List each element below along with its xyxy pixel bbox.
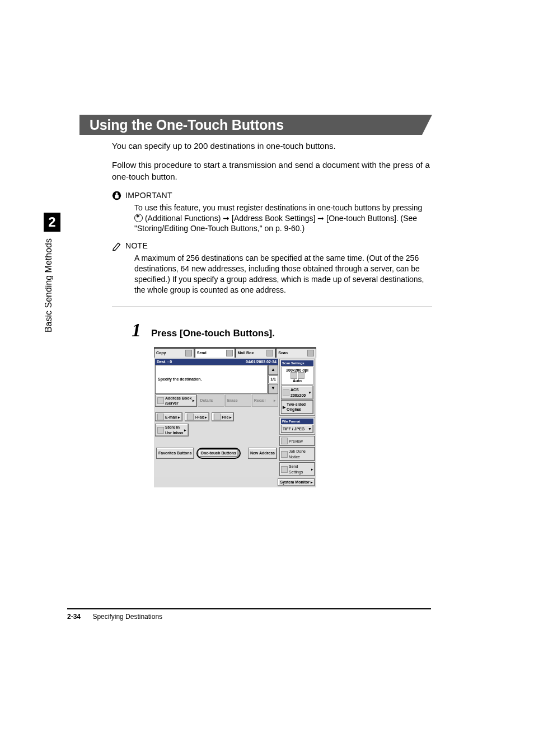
ifax-label: I-Fax [195,415,204,420]
page-indicator: 1/1 [268,375,278,383]
banner-title: Using the One-Touch Buttons [79,115,422,135]
send-icon [226,350,233,356]
tab-send[interactable]: Send [195,348,235,358]
scan-resolution-box[interactable]: 200x200 dpi Auto [281,367,313,385]
scan-icon [307,350,314,356]
important-text: To use this feature, you must register d… [112,203,432,234]
page-icon [291,372,297,379]
one-touch-buttons-button[interactable]: One-touch Buttons [199,449,238,457]
banner-wedge [422,115,432,135]
important-callout: IMPORTANT To use this feature, you must … [112,190,432,234]
sendsettings-icon [281,466,288,473]
auto-label: Auto [283,379,312,383]
erase-button[interactable]: Erase [225,395,251,407]
file-format-header: File Format [281,419,313,424]
jobdone-label: Job Done Notice [289,449,306,459]
datetime: 04/01/2003 02:34 [246,359,277,364]
job-done-button[interactable]: Job Done Notice [279,447,315,461]
sysmon-label: System Monitor [280,480,310,485]
twosided-button[interactable]: ▶Two-sided Original [281,400,313,414]
one-touch-highlight: One-touch Buttons [196,448,241,458]
favorites-buttons-button[interactable]: Favorites Buttons [156,448,194,458]
preview-label: Preview [289,439,303,444]
footer: 2-34 Specifying Destinations [67,613,162,621]
details-button[interactable]: Details [198,395,224,407]
sendsettings-label: Send Settings [289,464,303,475]
note-label: NOTE [125,241,148,251]
mailbox-icon [266,350,273,356]
scroll-up-button[interactable]: ▲ [268,365,278,375]
dpi-label: 200x200 dpi [283,368,312,373]
new-address-button[interactable]: New Address [248,448,277,458]
page-icon-2 [298,372,305,379]
preview-button[interactable]: Preview [279,436,315,446]
file-icon [214,414,221,420]
intro-paragraph-2: Follow this procedure to start a transmi… [112,159,432,182]
important-label: IMPORTANT [125,190,172,201]
status-bar: Dest. : 0 04/01/2003 02:34 [155,359,278,365]
ifax-button[interactable]: I-Fax▸ [185,412,209,421]
address-book-label: Address Book /Server [165,396,191,406]
twosided-label: Two-sided Original [287,402,306,412]
intro-paragraph-1: You can specify up to 200 destinations i… [112,140,432,152]
recall-label: Recall [254,398,266,403]
scroll-down-button[interactable]: ▼ [268,384,278,394]
file-format-label: TIFF / JPEG [283,426,305,431]
email-button[interactable]: E-mail▸ [155,412,182,421]
horizontal-rule [112,307,432,307]
dest-count: Dest. : 0 [157,359,172,364]
acs-label: ACS 200x200 [291,387,306,398]
note-icon [112,241,121,251]
tab-copy[interactable]: Copy [154,348,194,358]
svg-rect-2 [115,194,119,198]
acs-icon [283,389,289,396]
book-icon [157,397,164,404]
note-callout: NOTE A maximum of 256 destinations can b… [112,241,432,295]
email-label: E-mail [165,415,177,420]
jobdone-icon [281,451,288,458]
additional-functions-icon [134,214,143,222]
tab-copy-label: Copy [156,350,166,355]
scan-settings-header: Scan Settings [281,360,313,366]
file-format-panel: File Format TIFF / JPEG▼ [279,417,315,435]
destination-box: Specify the destination. [155,365,268,393]
footer-title: Specifying Destinations [92,613,162,621]
copy-icon [185,350,192,356]
svg-rect-1 [116,192,118,194]
email-icon [157,414,164,420]
store-label: Store In Usr Inbox [165,425,183,435]
scan-settings-panel: Scan Settings 200x200 dpi Auto ACS 200x2… [279,359,315,416]
step-number: 1 [132,321,141,340]
file-label: File [222,415,228,420]
tab-mailbox[interactable]: Mail Box [236,348,276,358]
chapter-side-tab: 2 Basic Sending Methods [44,213,60,332]
send-settings-button[interactable]: Send Settings▸ [279,462,315,476]
chapter-number: 2 [44,213,60,232]
file-format-button[interactable]: TIFF / JPEG▼ [281,425,313,433]
note-text: A maximum of 256 destinations can be spe… [112,253,432,295]
inbox-icon [157,427,164,434]
important-icon [112,191,121,200]
address-book-button[interactable]: Address Book /Server▸ [155,395,197,407]
step-1: 1 Press [One-touch Buttons]. [132,321,432,340]
page-number: 2-34 [67,613,81,621]
recall-button[interactable]: Recall▸ [252,395,278,407]
step-title: Press [One-touch Buttons]. [151,327,275,340]
section-name-vertical: Basic Sending Methods [44,238,54,332]
store-inbox-button[interactable]: Store In Usr Inbox▸ [155,424,189,436]
important-text-b: (Additional Functions) ➞ [Address Book S… [134,214,417,233]
file-button[interactable]: File▸ [212,412,234,421]
section-banner: Using the One-Touch Buttons [79,115,432,135]
device-screenshot: Copy Send Mail Box Scan Dest. : 0 04/01/… [154,347,316,487]
preview-icon [281,438,288,444]
tab-send-label: Send [197,350,207,355]
important-text-a: To use this feature, you must register d… [134,203,422,212]
acs-button[interactable]: ACS 200x200▼ [281,386,313,400]
tab-scan-label: Scan [278,350,288,355]
system-monitor-button[interactable]: System Monitor▸ [278,478,315,486]
tab-scan[interactable]: Scan [276,348,316,358]
footer-rule [67,608,431,609]
ifax-icon [187,414,194,420]
tab-mailbox-label: Mail Box [238,350,254,355]
